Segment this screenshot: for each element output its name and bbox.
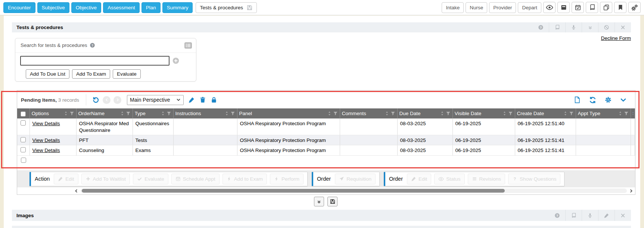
add-to-exam-button[interactable]: Add to Exam	[223, 174, 267, 184]
copy-button[interactable]	[600, 2, 612, 13]
add-search-button[interactable]	[172, 57, 180, 64]
close-section-button[interactable]	[615, 22, 631, 32]
add-to-due-list-button[interactable]: Add To Due List	[26, 69, 69, 79]
tab-assessment[interactable]: Assessment	[103, 2, 140, 13]
row-checkbox[interactable]	[21, 120, 26, 126]
filter-icon[interactable]	[333, 111, 338, 116]
row-checkbox[interactable]	[21, 158, 26, 163]
help-button[interactable]	[549, 210, 565, 221]
help-icon[interactable]	[90, 42, 95, 48]
save-button[interactable]	[327, 197, 337, 206]
filter-icon[interactable]	[69, 111, 74, 116]
filter-icon[interactable]	[167, 111, 171, 116]
decline-form-link[interactable]: Decline Form	[601, 35, 631, 41]
edit-button[interactable]: Edit	[54, 174, 78, 184]
order-group-label: Order	[317, 176, 331, 182]
edit-perspective-icon[interactable]	[188, 96, 195, 103]
help-button[interactable]	[533, 22, 549, 32]
collapse-button[interactable]	[582, 22, 598, 32]
sort-icon[interactable]	[327, 111, 332, 116]
search-card: Search for tests & procedures Add To Due…	[15, 38, 196, 82]
dictate-button[interactable]	[566, 22, 582, 32]
action-bar: Action Edit Add To Waitlist Evaluate Sch…	[17, 170, 635, 187]
tab-objective[interactable]: Objective	[71, 2, 101, 13]
filter-icon[interactable]	[126, 111, 131, 116]
perspective-select[interactable]: Main Perspective	[127, 95, 184, 105]
sort-icon[interactable]	[120, 111, 125, 116]
tab-encounter[interactable]: Encounter	[3, 2, 35, 13]
bookmark-button[interactable]	[614, 2, 626, 13]
filter-icon[interactable]	[446, 111, 451, 116]
lock-icon[interactable]	[211, 96, 217, 103]
tab-plan[interactable]: Plan	[141, 2, 161, 13]
gears-icon	[631, 4, 638, 11]
book-button[interactable]	[586, 2, 598, 13]
sort-icon[interactable]	[440, 111, 445, 116]
add-to-waitlist-button[interactable]: Add To Waitlist	[81, 174, 130, 184]
collapse-all-button[interactable]	[314, 197, 324, 206]
refresh-icon[interactable]	[589, 96, 597, 104]
sort-icon[interactable]	[385, 111, 389, 116]
add-to-exam-button[interactable]: Add To Exam	[72, 69, 110, 79]
intake-button[interactable]: Intake	[442, 2, 464, 13]
sort-icon[interactable]	[618, 111, 623, 116]
filter-icon[interactable]	[569, 111, 574, 116]
view-details-link[interactable]: View Details	[32, 148, 60, 153]
close-section-button[interactable]	[615, 210, 631, 221]
scrollbar-track[interactable]	[81, 189, 627, 193]
book-button[interactable]	[549, 22, 565, 32]
gear-icon[interactable]	[604, 96, 612, 104]
chevron-down-icon[interactable]	[620, 96, 627, 104]
select-all-checkbox[interactable]	[21, 111, 26, 117]
filter-icon[interactable]	[230, 111, 235, 116]
next-button[interactable]	[113, 96, 121, 104]
sort-icon[interactable]	[63, 111, 68, 116]
tab-summary[interactable]: Summary	[162, 2, 193, 13]
edit-button[interactable]	[598, 210, 615, 221]
settings-button[interactable]	[628, 2, 641, 13]
list-icon	[184, 41, 193, 50]
filter-icon[interactable]	[508, 111, 513, 116]
sort-icon[interactable]	[502, 111, 507, 116]
row-checkbox[interactable]	[21, 147, 26, 152]
archive-box-button[interactable]	[557, 2, 570, 13]
filter-icon[interactable]	[624, 111, 629, 116]
scrollbar-thumb[interactable]	[82, 189, 505, 193]
delete-perspective-icon[interactable]	[199, 96, 206, 103]
prev-button[interactable]	[103, 96, 111, 104]
search-input[interactable]	[20, 56, 169, 66]
revisions-button[interactable]: Revisions	[468, 174, 505, 184]
scroll-left-icon[interactable]	[74, 189, 79, 193]
sort-icon[interactable]	[161, 111, 165, 116]
sort-icon[interactable]	[563, 111, 568, 116]
help-icon	[538, 25, 544, 30]
decline-button[interactable]	[598, 22, 615, 32]
evaluate-button[interactable]: Evaluate	[113, 69, 141, 79]
view-details-link[interactable]: View Details	[32, 137, 60, 143]
eye-button[interactable]	[543, 2, 556, 13]
book-button[interactable]	[566, 210, 582, 221]
nurse-button[interactable]: Nurse	[466, 2, 487, 13]
evaluate-action-button[interactable]: Evaluate	[133, 174, 168, 184]
calendar-button[interactable]	[572, 2, 584, 13]
view-details-link[interactable]: View Details	[32, 121, 60, 126]
tab-tests-procedures-active[interactable]: Tests & procedures	[196, 2, 257, 13]
status-button[interactable]: Status	[434, 174, 464, 184]
chevron-down-icon	[176, 98, 181, 102]
list-view-button[interactable]	[184, 41, 193, 50]
row-checkbox[interactable]	[21, 137, 26, 142]
perform-button[interactable]: Perform	[270, 174, 304, 184]
tab-subjective[interactable]: Subjective	[37, 2, 69, 13]
show-questions-button[interactable]: Show Questions	[508, 174, 560, 184]
depart-button[interactable]: Depart	[518, 2, 541, 13]
order-edit-button[interactable]: Edit	[407, 174, 431, 184]
schedule-appt-button[interactable]: Schedule Appt	[171, 174, 220, 184]
scroll-right-icon[interactable]	[629, 189, 634, 193]
new-page-icon[interactable]	[573, 96, 581, 104]
filter-icon[interactable]	[391, 111, 395, 116]
undo-icon[interactable]	[92, 96, 100, 104]
requisition-button[interactable]: Requisition	[335, 174, 376, 184]
provider-button[interactable]: Provider	[489, 2, 516, 13]
sort-icon[interactable]	[224, 111, 229, 116]
dictate-button[interactable]	[582, 210, 598, 221]
